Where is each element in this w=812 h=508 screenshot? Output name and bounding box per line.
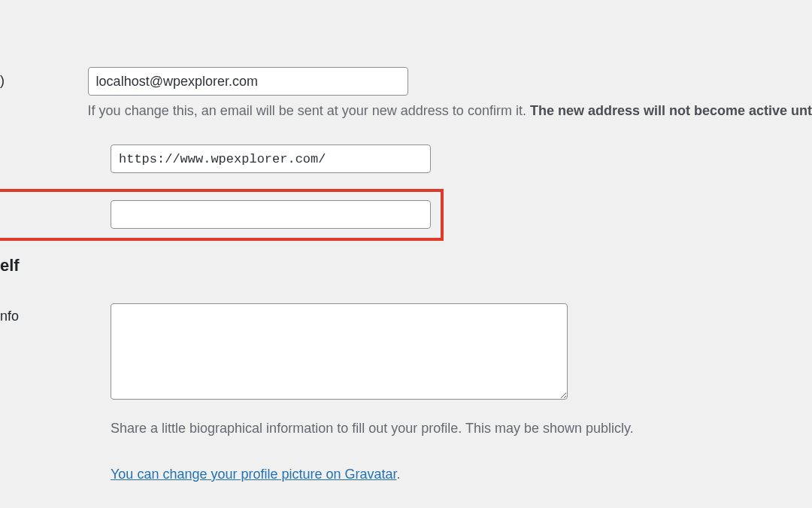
gravatar-row: You can change your profile picture on G…: [111, 467, 401, 482]
bio-field-col: [111, 303, 568, 403]
email-label-fragment: ): [0, 73, 5, 88]
email-description-prefix: If you change this, an email will be sen…: [88, 103, 530, 118]
email-input-col: If you change this, an email will be sen…: [88, 67, 812, 119]
email-row: ) If you change this, an email will be s…: [0, 67, 812, 119]
about-yourself-heading: elf: [0, 256, 20, 275]
email-description-bold: The new address will not become active u…: [530, 103, 812, 118]
email-label-col: ): [0, 67, 88, 89]
website-label-col: [0, 144, 111, 151]
gravatar-period: .: [397, 467, 401, 482]
website-input-col: [111, 144, 812, 173]
bio-label-fragment: nfo: [0, 309, 19, 324]
bio-label-col: nfo: [0, 309, 19, 324]
custom-field-label-col: [0, 200, 111, 206]
custom-field[interactable]: [111, 200, 431, 229]
custom-field-input-col: [111, 200, 812, 229]
email-field[interactable]: [88, 67, 408, 96]
email-description: If you change this, an email will be sen…: [88, 103, 812, 119]
bio-description: Share a little biographical information …: [111, 421, 634, 437]
bio-textarea[interactable]: [111, 303, 568, 400]
website-field[interactable]: [111, 144, 431, 173]
custom-field-row: [0, 200, 812, 229]
gravatar-link[interactable]: You can change your profile picture on G…: [111, 467, 397, 482]
website-row: [0, 144, 812, 173]
